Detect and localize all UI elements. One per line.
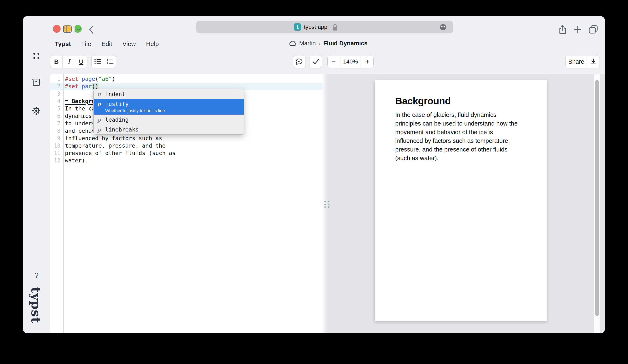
autocomplete-label: indent bbox=[105, 91, 125, 98]
bold-button[interactable]: B bbox=[50, 56, 63, 68]
menu-item-view[interactable]: View bbox=[122, 40, 136, 47]
format-button-group: B I U bbox=[50, 55, 87, 68]
breadcrumb[interactable]: Martin › Fluid Dynamics bbox=[289, 40, 368, 47]
code-line[interactable]: 9influenced by factors such as bbox=[50, 135, 322, 142]
zoom-out-button[interactable]: − bbox=[328, 56, 340, 68]
chevron-down-icon[interactable] bbox=[76, 28, 81, 31]
autocomplete-item-leading[interactable]: pleading bbox=[94, 115, 244, 125]
code-text: temperature, pressure, and the bbox=[65, 142, 165, 149]
code-text: #set par() bbox=[65, 83, 98, 90]
chrome-divider bbox=[74, 26, 75, 33]
line-number: 2 bbox=[50, 83, 60, 90]
typst-favicon: t bbox=[294, 23, 301, 31]
autocomplete-label: leading bbox=[105, 116, 129, 123]
share-page-icon[interactable] bbox=[559, 25, 566, 34]
share-button[interactable]: Share bbox=[565, 56, 587, 68]
zoom-control-group: − 140% + bbox=[327, 55, 374, 68]
code-text: presence of other fluids (such as bbox=[65, 149, 175, 157]
autocomplete-label: justify bbox=[105, 101, 166, 108]
bullet-list-button[interactable] bbox=[91, 56, 104, 68]
settings-gear-icon[interactable] bbox=[32, 106, 41, 115]
preview-paragraph: In the case of glaciers, fluid dynamics … bbox=[395, 110, 536, 162]
menu-item-typst[interactable]: Typst bbox=[55, 40, 71, 47]
browser-window: t typst.app ••• TypstFileEditViewHelp bbox=[23, 16, 605, 333]
menu-item-help[interactable]: Help bbox=[146, 40, 159, 47]
list-button-group: 1 2 bbox=[91, 55, 116, 68]
code-text: #set page("a6") bbox=[65, 75, 115, 83]
template-box-icon[interactable] bbox=[32, 78, 41, 86]
italic-button[interactable]: I bbox=[63, 56, 75, 68]
line-number: 3 bbox=[50, 90, 60, 97]
code-line[interactable]: 10temperature, pressure, and the bbox=[50, 142, 322, 149]
code-line[interactable]: 12water). bbox=[50, 157, 322, 164]
parameter-type-badge: p bbox=[97, 91, 105, 98]
line-number: 12 bbox=[50, 157, 60, 164]
breadcrumb-workspace[interactable]: Martin bbox=[299, 40, 316, 47]
cloud-icon bbox=[289, 41, 296, 46]
svg-text:2: 2 bbox=[107, 62, 108, 65]
code-line[interactable]: 11presence of other fluids (such as bbox=[50, 149, 322, 157]
numbered-list-button[interactable]: 1 2 bbox=[104, 56, 116, 68]
autocomplete-item-justify[interactable]: pjustifyWhether to justify text in its l… bbox=[94, 99, 244, 115]
comment-button[interactable] bbox=[293, 55, 306, 68]
sidebar-toggle-icon[interactable] bbox=[63, 25, 72, 33]
download-button[interactable] bbox=[587, 56, 600, 68]
line-number: 7 bbox=[50, 120, 60, 127]
breadcrumb-separator: › bbox=[319, 40, 320, 47]
url-bar[interactable]: t typst.app ••• bbox=[196, 21, 453, 33]
preview-heading: Background bbox=[395, 95, 451, 107]
parameter-type-badge: p bbox=[97, 116, 105, 123]
app-grid-icon[interactable] bbox=[33, 52, 40, 59]
preview-page: Background In the case of glaciers, flui… bbox=[375, 80, 547, 321]
zoom-in-button[interactable]: + bbox=[361, 56, 373, 68]
parameter-type-badge: p bbox=[97, 126, 105, 133]
spellcheck-button[interactable] bbox=[309, 55, 322, 68]
share-button-group: Share bbox=[565, 55, 600, 68]
autocomplete-label: linebreaks bbox=[105, 126, 139, 133]
preview-scrollbar-thumb[interactable] bbox=[595, 80, 599, 316]
autocomplete-item-linebreaks[interactable]: plinebreaks bbox=[94, 125, 244, 134]
line-number: 11 bbox=[50, 149, 60, 157]
line-number: 4 bbox=[50, 97, 60, 105]
breadcrumb-document-title[interactable]: Fluid Dynamics bbox=[323, 40, 367, 47]
svg-text:1: 1 bbox=[107, 59, 108, 62]
page-settings-button[interactable]: ••• bbox=[440, 24, 446, 30]
code-text: water). bbox=[65, 157, 88, 164]
back-icon[interactable] bbox=[88, 25, 94, 34]
bullet-list-icon bbox=[94, 59, 101, 65]
line-number: 9 bbox=[50, 135, 60, 142]
code-text: influenced by factors such as bbox=[65, 135, 162, 142]
typst-logo: typst bbox=[29, 287, 43, 323]
autocomplete-item-indent[interactable]: pindent bbox=[94, 89, 244, 99]
autocomplete-popup: pindentpjustifyWhether to justify text i… bbox=[93, 89, 244, 135]
line-number: 8 bbox=[50, 127, 60, 135]
download-icon bbox=[591, 59, 596, 65]
split-drag-handle[interactable] bbox=[324, 201, 329, 208]
preview-scrollbar-track[interactable] bbox=[594, 74, 600, 333]
line-number: 10 bbox=[50, 142, 60, 149]
line-number: 6 bbox=[50, 112, 60, 120]
numbered-list-icon: 1 2 bbox=[107, 59, 114, 65]
new-tab-icon[interactable] bbox=[574, 26, 582, 33]
comment-icon bbox=[296, 59, 303, 65]
parameter-type-badge: p bbox=[97, 101, 105, 108]
app-menu-bar: TypstFileEditViewHelp bbox=[55, 40, 159, 47]
traffic-light-close-button[interactable] bbox=[53, 25, 61, 33]
tab-overview-icon[interactable] bbox=[589, 25, 598, 34]
lock-icon bbox=[332, 24, 338, 31]
autocomplete-description: Whether to justify text in its line. bbox=[105, 108, 166, 113]
line-number: 5 bbox=[50, 105, 60, 112]
underline-button[interactable]: U bbox=[75, 56, 87, 68]
code-line[interactable]: 1#set page("a6") bbox=[50, 75, 322, 83]
menu-item-edit[interactable]: Edit bbox=[101, 40, 112, 47]
zoom-level-value[interactable]: 140% bbox=[340, 56, 361, 68]
checkmark-icon bbox=[313, 59, 319, 64]
help-button[interactable]: ? bbox=[32, 271, 41, 280]
menu-item-file[interactable]: File bbox=[81, 40, 91, 47]
preview-pane: Background In the case of glaciers, flui… bbox=[330, 74, 605, 333]
url-text: typst.app bbox=[304, 24, 327, 30]
line-number: 1 bbox=[50, 75, 60, 83]
